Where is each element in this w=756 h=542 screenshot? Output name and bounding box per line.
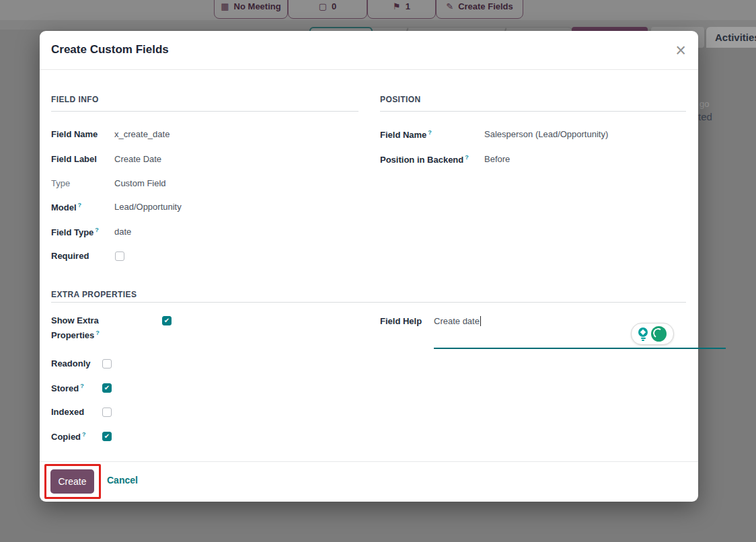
- background-toolbar: ▦ No Meeting ▢ 0 ⚑ 1 ✎ Create Fields: [0, 0, 756, 21]
- section-divider: [380, 111, 686, 112]
- type-value: Custom Field: [114, 178, 166, 188]
- counter-value: 0: [332, 1, 336, 11]
- section-extra-properties: EXTRA PROPERTIES: [51, 290, 137, 299]
- model-label-text: Model: [51, 202, 77, 212]
- background-text-fragment: go: [700, 99, 709, 109]
- position-backend-value[interactable]: Before: [484, 154, 510, 164]
- stored-label-text: Stored: [51, 383, 79, 393]
- background-text-fragment: ted: [698, 111, 712, 122]
- cancel-button[interactable]: Cancel: [107, 475, 138, 486]
- copied-checkbox[interactable]: [102, 432, 112, 441]
- bookmark-button[interactable]: ⚑ 1: [367, 0, 436, 19]
- field-help-input[interactable]: Create date: [434, 316, 481, 326]
- field-name-value[interactable]: x_create_date: [114, 129, 169, 139]
- create-fields-label: Create Fields: [458, 1, 513, 11]
- grammar-checker-widget[interactable]: [631, 323, 674, 345]
- help-marker[interactable]: ?: [82, 431, 86, 438]
- help-marker[interactable]: ?: [78, 202, 82, 208]
- help-marker[interactable]: ?: [428, 129, 432, 136]
- type-label: Type: [51, 178, 70, 188]
- section-divider: [51, 111, 358, 112]
- show-extra-properties-label-line2: Properties?: [51, 330, 100, 340]
- field-help-input-underline: [434, 348, 726, 349]
- help-marker[interactable]: ?: [95, 227, 99, 233]
- section-field-info: FIELD INFO: [51, 95, 99, 104]
- counter-button[interactable]: ▢ 0: [288, 0, 367, 19]
- calendar-icon: ▦: [221, 2, 229, 11]
- show-extra-properties-label-text: Properties: [51, 330, 94, 340]
- create-fields-button[interactable]: ✎ Create Fields: [436, 0, 523, 19]
- create-fields-icon: ✎: [446, 2, 453, 11]
- tab-activities-label: Activities: [715, 32, 756, 43]
- lightbulb-icon: [638, 327, 648, 340]
- close-icon[interactable]: ×: [673, 39, 689, 63]
- position-backend-label: Position in Backend?: [380, 154, 469, 165]
- field-help-value: Create date: [434, 316, 480, 326]
- footer-divider: [40, 461, 698, 462]
- help-marker[interactable]: ?: [96, 330, 100, 336]
- position-field-name-label: Field Name?: [380, 129, 432, 140]
- help-marker[interactable]: ?: [465, 154, 469, 161]
- field-label-value[interactable]: Create Date: [114, 154, 161, 164]
- create-button[interactable]: Create: [50, 469, 94, 494]
- position-field-name-label-text: Field Name: [380, 130, 426, 140]
- model-label: Model?: [51, 202, 81, 212]
- required-label: Required: [51, 251, 89, 261]
- field-label-label: Field Label: [51, 154, 97, 164]
- show-extra-properties-label-line1: Show Extra: [51, 315, 99, 325]
- no-meeting-label: No Meeting: [234, 1, 281, 11]
- dialog-title: Create Custom Fields: [51, 43, 169, 56]
- bookmark-icon: ⚑: [393, 2, 401, 11]
- model-value[interactable]: Lead/Opportunity: [114, 202, 182, 212]
- field-name-label: Field Name: [51, 129, 98, 139]
- readonly-label: Readonly: [51, 358, 91, 369]
- position-field-name-value[interactable]: Salesperson (Lead/Opportunity): [484, 129, 608, 139]
- field-type-label: Field Type?: [51, 227, 99, 237]
- no-meeting-button[interactable]: ▦ No Meeting: [214, 0, 288, 19]
- stored-label: Stored?: [51, 383, 84, 393]
- text-cursor: [480, 316, 481, 326]
- indexed-label: Indexed: [51, 407, 84, 417]
- bookmark-count: 1: [406, 1, 410, 11]
- copied-label: Copied?: [51, 431, 86, 442]
- indexed-checkbox[interactable]: [102, 408, 112, 417]
- create-custom-fields-dialog: Create Custom Fields × FIELD INFO Field …: [40, 31, 698, 502]
- field-help-label: Field Help: [380, 316, 422, 326]
- readonly-checkbox[interactable]: [102, 359, 112, 369]
- position-backend-label-text: Position in Backend: [380, 155, 463, 165]
- help-marker[interactable]: ?: [80, 383, 84, 389]
- section-position: POSITION: [380, 95, 421, 104]
- counter-badge-icon: ▢: [319, 2, 327, 11]
- tab-activities[interactable]: Activities: [706, 27, 756, 48]
- show-extra-properties-checkbox[interactable]: [162, 316, 172, 325]
- required-checkbox[interactable]: [115, 251, 124, 261]
- stored-checkbox[interactable]: [102, 383, 112, 393]
- copied-label-text: Copied: [51, 432, 81, 442]
- checker-status-icon: [651, 326, 667, 342]
- field-type-value[interactable]: date: [114, 227, 131, 237]
- header-divider: [40, 69, 698, 70]
- field-type-label-text: Field Type: [51, 227, 93, 237]
- section-divider: [51, 302, 686, 303]
